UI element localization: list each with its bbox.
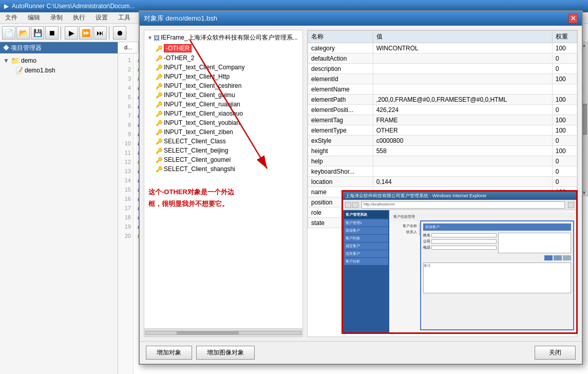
tree-node-youbian-label: INPUT_text_Client_youbian (164, 119, 240, 126)
preview-dialog-row2: 公司 (423, 239, 497, 244)
footer-left-buttons: 增加对象 增加图像对象 (146, 346, 255, 360)
tree-node-class[interactable]: 🔑 SELECT_Client_Class (155, 137, 300, 146)
expand-icon: ▼ (147, 35, 153, 41)
property-row[interactable]: elementPath ,200,0,FRAME@#0,0,FRAMESET@#… (308, 95, 577, 105)
add-image-object-button[interactable]: 增加图像对象 (196, 346, 255, 360)
property-row[interactable]: location 0,144 0 (308, 177, 577, 187)
prop-value (373, 166, 552, 177)
key-icon-beijing: 🔑 (156, 147, 163, 154)
toolbar-step[interactable]: ⏩ (79, 26, 92, 40)
preview-label-1: 客户名称 (391, 223, 417, 229)
property-row[interactable]: elementTag FRAME 100 (308, 115, 577, 125)
toolbar-sep2 (109, 26, 111, 40)
tree-node-shangshi[interactable]: 🔑 SELECT_Client_shangshi (155, 164, 300, 174)
tree-node-goumei-label: SELECT_Client_goumei (164, 156, 231, 163)
menu-edit[interactable]: 编辑 (25, 12, 43, 23)
tree-node-ziben[interactable]: 🔑 INPUT_text_Client_ziben (155, 127, 300, 137)
prop-value: c0000800 (373, 136, 552, 146)
tree-node-ruanjian[interactable]: 🔑 INPUT_text_Client_ruanjian (155, 100, 300, 109)
prop-value: ,200,0,FRAME@#0,0,FRAMESET@#0,0,HTML (373, 95, 552, 105)
prop-name: location (308, 177, 373, 187)
property-row[interactable]: height 558 100 (308, 146, 577, 156)
property-row[interactable]: elementId 100 (308, 74, 577, 84)
menu-file[interactable]: 文件 (2, 12, 21, 23)
menu-record[interactable]: 录制 (47, 12, 66, 23)
prop-name: elementTag (308, 115, 373, 125)
prop-value (373, 84, 552, 95)
preview-inner-dialog: 添加客户 姓名 公司 (420, 220, 574, 330)
preview-dialog-row3: 电话 (423, 245, 497, 250)
col-name-header: 名称 (308, 31, 373, 43)
tree-node-xiaoshuo-label: INPUT_text_Client_xiaoshuo (164, 110, 243, 117)
tree-node-shangshi-label: SELECT_Client_shangshi (164, 165, 235, 173)
app-icon: ▶ (4, 3, 9, 10)
property-row[interactable]: help 0 (308, 156, 577, 166)
tree-node-company[interactable]: 🔑 INPUT_text_Client_Company (155, 63, 300, 72)
tree-node-http-label: INPUT_text_Client_Http (164, 73, 230, 80)
prop-name: height (308, 146, 373, 156)
preview-sidebar-item-3: 客户列表 (344, 235, 388, 242)
prop-weight: 100 (552, 125, 577, 136)
property-row[interactable]: defaultAction 0 (308, 53, 577, 64)
preview-field-label-name: 姓名 (423, 233, 430, 238)
prop-value: OTHER (373, 125, 552, 136)
prop-weight: 100 (552, 74, 577, 84)
tree-node-xiaoshuo[interactable]: 🔑 INPUT_text_Client_xiaoshuo (155, 109, 300, 118)
tree-node-ceshiren[interactable]: 🔑 INPUT_text_Client_ceshiren (155, 81, 300, 90)
tree-node-beijing-label: SELECT_Client_beijing (164, 147, 228, 154)
property-row[interactable]: elementPositi... 426,224 0 (308, 105, 577, 115)
tree-node-beijing[interactable]: 🔑 SELECT_Client_beijing (155, 146, 300, 155)
preview-main-area: 客户信息管理 客户名称 地区 联系人 职务 (389, 210, 576, 332)
toolbar-misc[interactable]: ⏭ (93, 26, 107, 40)
preview-sidebar-item-6: 客户分析 (344, 258, 388, 265)
toolbar-play[interactable]: ▶ (65, 26, 78, 40)
tree-item-root[interactable]: ▼ 📁 demo (2, 55, 116, 66)
tree-item-demo1[interactable]: 📝 demo1.bsh (14, 66, 116, 75)
key-icon-ziben: 🔑 (156, 129, 163, 136)
editor-tab-active[interactable]: d... (118, 42, 139, 53)
key-icon-ceshiren: 🔑 (156, 83, 163, 89)
tree-node-other[interactable]: 🔑 -OTHER (155, 43, 300, 53)
preview-sidebar-item-2: 添加客户 (344, 227, 388, 234)
tree-node-youbian[interactable]: 🔑 INPUT_text_Client_youbian (155, 118, 300, 127)
toolbar-new[interactable]: 📄 (2, 26, 15, 40)
tree-folder-icon: 🖼 (154, 34, 160, 42)
prop-weight: 0 (552, 166, 577, 177)
tree-root-node[interactable]: ▼ 🖼 IEFrame_上海泽众软件科技有限公司客户管理系... (146, 32, 300, 43)
toolbar-save[interactable]: 💾 (31, 26, 44, 40)
property-row[interactable]: category WINCONTROL 100 (308, 43, 577, 53)
close-dialog-button[interactable]: 关闭 (535, 346, 576, 360)
preview-field-name (431, 233, 497, 237)
tree-scrollbar-horizontal[interactable] (144, 328, 302, 336)
object-tree-panel: ▼ 🖼 IEFrame_上海泽众软件科技有限公司客户管理系... 🔑 -OTHE… (144, 30, 303, 337)
toolbar-sep1 (61, 26, 63, 40)
col-value-header: 值 (373, 31, 552, 43)
property-row[interactable]: keyboardShor... 0 (308, 166, 577, 177)
property-row[interactable]: elementName (308, 84, 577, 95)
tree-node-guimu[interactable]: 🔑 INPUT_text_Client_guimu (155, 90, 300, 100)
tree-node-other2[interactable]: 🔑 -OTHER_2 (155, 53, 300, 63)
dialog-close-button[interactable]: ✕ (568, 14, 578, 23)
toolbar-open[interactable]: 📂 (16, 26, 30, 40)
prop-weight: 0 (552, 105, 577, 115)
prop-name: keyboardShor... (308, 166, 373, 177)
property-row[interactable]: description 0 (308, 64, 577, 74)
prop-weight: 0 (552, 177, 577, 187)
preview-label-2: 联系人 (391, 230, 417, 235)
annotation-line1: 这个-OTHER对象是一个外边 (148, 188, 234, 196)
toolbar-record[interactable]: ⏺ (113, 26, 126, 40)
menu-execute[interactable]: 执行 (70, 12, 88, 23)
toolbar-stop[interactable]: ⏹ (45, 26, 59, 40)
tree-node-goumei[interactable]: 🔑 SELECT_Client_goumei (155, 155, 300, 164)
add-object-button[interactable]: 增加对象 (146, 346, 192, 360)
menu-tools[interactable]: 工具 (115, 12, 134, 23)
folder-icon: 📁 (11, 57, 20, 65)
preview-field-label-company: 公司 (423, 239, 430, 244)
menu-settings[interactable]: 设置 (92, 12, 111, 23)
tree-node-http[interactable]: 🔑 INPUT_text_Client_Http (155, 72, 300, 81)
key-icon-guimu: 🔑 (156, 92, 163, 99)
property-row[interactable]: elementType OTHER 100 (308, 125, 577, 136)
key-icon-ruanjian: 🔑 (156, 101, 163, 108)
tree-root-label: IEFrame_上海泽众软件科技有限公司客户管理系... (161, 33, 298, 42)
property-row[interactable]: exStyle c0000800 0 (308, 136, 577, 146)
